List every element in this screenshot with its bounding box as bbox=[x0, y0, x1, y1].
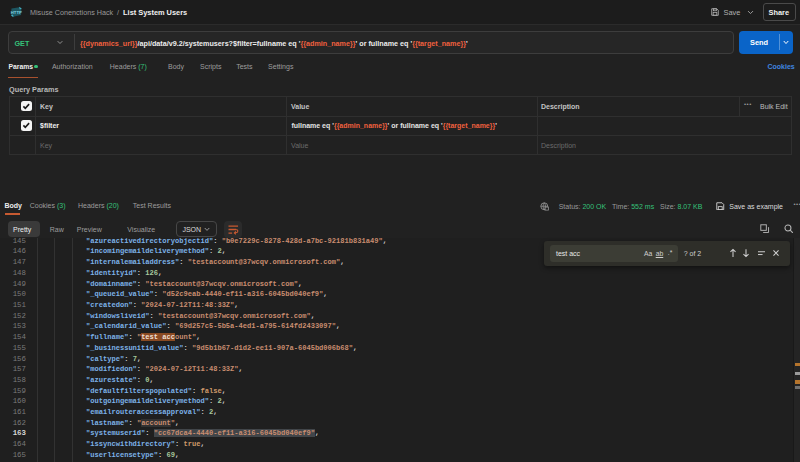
svg-text:HTTP: HTTP bbox=[11, 10, 22, 15]
